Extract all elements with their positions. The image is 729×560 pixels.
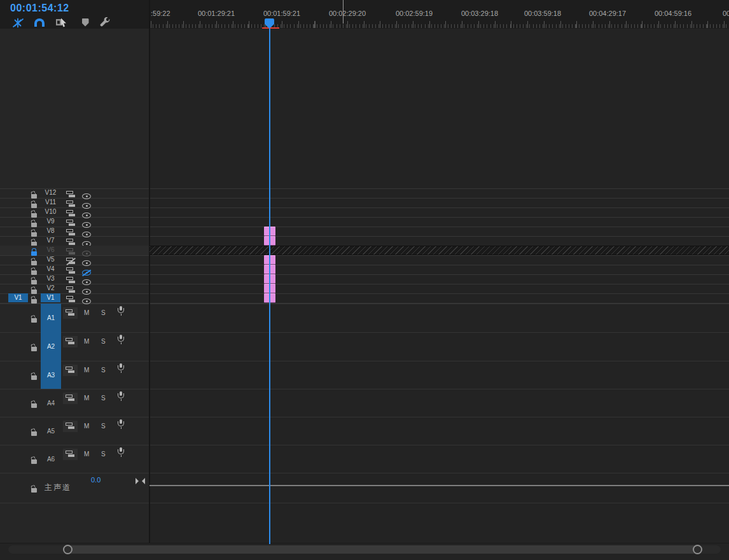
track-header-v10: V10: [0, 207, 149, 217]
track-header-a6: A6 M S: [0, 445, 149, 473]
ruler-label: 00:04:59:16: [655, 10, 691, 17]
track-name[interactable]: V6: [41, 246, 60, 255]
playhead-line[interactable]: [269, 29, 270, 544]
track-header-a5: A5 M S: [0, 417, 149, 445]
nest-toggle-icon[interactable]: [11, 16, 25, 29]
ruler-minor-ticks: [149, 24, 729, 28]
add-marker-icon[interactable]: [78, 16, 92, 29]
ruler-label: 00:03:59:18: [524, 10, 561, 17]
panel-divider[interactable]: [149, 0, 150, 543]
track-header-v4: V4: [0, 265, 149, 274]
lock-icon[interactable]: [31, 371, 38, 382]
voiceover-mic-icon[interactable]: [117, 306, 125, 318]
master-track-name[interactable]: 主声道: [45, 482, 71, 493]
lock-icon[interactable]: [31, 342, 38, 354]
sync-lock-icon[interactable]: [63, 421, 78, 432]
track-name[interactable]: V12: [41, 188, 60, 197]
time-ruler[interactable]: :59:22 00:01:29:21 00:01:59:21 00:02:29:…: [149, 0, 729, 29]
track-name[interactable]: V9: [41, 217, 60, 226]
lock-icon[interactable]: [31, 455, 38, 466]
audio-track-name[interactable]: A5: [41, 417, 61, 445]
voiceover-mic-icon[interactable]: [117, 419, 125, 431]
lock-icon[interactable]: [31, 314, 38, 325]
ruler-label: 00:02:59:19: [396, 10, 433, 17]
zoom-scrollbar-thumb[interactable]: [64, 545, 702, 554]
zoom-scrollbar-area: [0, 543, 729, 560]
voiceover-mic-icon[interactable]: [117, 447, 125, 459]
sync-lock-icon[interactable]: [63, 449, 78, 460]
solo-button[interactable]: S: [101, 309, 106, 316]
audio-track-name[interactable]: A3: [41, 361, 61, 389]
track-name[interactable]: V7: [41, 236, 60, 245]
zoom-handle-left[interactable]: [63, 545, 73, 554]
audio-track-name[interactable]: A1: [41, 304, 61, 332]
lock-icon[interactable]: [31, 427, 38, 438]
lock-icon[interactable]: [31, 484, 38, 495]
track-header-a2: A2 M S: [0, 332, 149, 361]
row-separator: [0, 503, 729, 503]
lock-icon[interactable]: [31, 399, 38, 410]
track-name[interactable]: V5: [41, 255, 60, 264]
source-patch-v1[interactable]: V1: [8, 293, 28, 302]
track-header-a4: A4 M S: [0, 389, 149, 417]
sync-lock-icon[interactable]: [63, 393, 78, 404]
master-volume-rubber-band[interactable]: [149, 485, 729, 486]
track-name-targeted[interactable]: V1: [41, 293, 60, 302]
track-header-v12: V12: [0, 188, 149, 198]
ruler-label: 00:01:59:21: [263, 10, 300, 17]
playhead-timecode[interactable]: 00:01:54:12: [10, 3, 69, 14]
ruler-label-partial: 00:: [723, 10, 729, 17]
track-header-v9: V9: [0, 217, 149, 227]
track-header-v8: V8: [0, 227, 149, 236]
voiceover-mic-icon[interactable]: [117, 335, 125, 346]
audio-track-name[interactable]: A2: [41, 332, 61, 361]
track-header-master: 主声道 0.0: [0, 473, 149, 503]
master-volume-value[interactable]: 0.0: [91, 476, 101, 484]
timeline-settings-icon[interactable]: [97, 16, 111, 29]
ruler-label: :59:22: [151, 10, 170, 17]
ruler-label: 00:02:29:20: [329, 10, 366, 17]
track-header-v3: V3: [0, 274, 149, 284]
sync-lock-icon[interactable]: [63, 307, 78, 319]
solo-button[interactable]: S: [101, 367, 106, 374]
mute-button[interactable]: M: [84, 367, 89, 374]
linked-selection-icon[interactable]: [54, 16, 68, 29]
track-name[interactable]: V3: [41, 274, 60, 283]
timeline-panel: 00:01:54:12 :59:22 00:01:29:21 00:01: [0, 0, 729, 560]
solo-button[interactable]: S: [101, 423, 106, 430]
track-header-v6: V6: [0, 246, 149, 255]
zoom-scrollbar-track[interactable]: [8, 545, 721, 554]
locked-track-hatch-v6: [149, 246, 729, 255]
keyframe-nav-icon[interactable]: [135, 475, 145, 487]
track-header-a1: A1 M S: [0, 304, 149, 332]
mute-button[interactable]: M: [84, 423, 89, 430]
mute-button[interactable]: M: [84, 338, 89, 345]
zoom-handle-right[interactable]: [693, 545, 702, 554]
ruler-label: 00:04:29:17: [589, 10, 626, 17]
track-header-a3: A3 M S: [0, 361, 149, 389]
track-name[interactable]: V2: [41, 284, 60, 293]
track-header-v5: V5: [0, 255, 149, 265]
sync-lock-icon[interactable]: [63, 365, 78, 376]
track-name[interactable]: V8: [41, 227, 60, 235]
voiceover-mic-icon[interactable]: [117, 363, 125, 375]
track-name[interactable]: V4: [41, 265, 60, 274]
solo-button[interactable]: S: [101, 338, 106, 345]
snap-magnet-icon[interactable]: [32, 16, 46, 29]
ruler-hover-line: [343, 0, 344, 24]
track-name[interactable]: V10: [41, 207, 60, 216]
mute-button[interactable]: M: [84, 309, 89, 316]
mute-button[interactable]: M: [84, 395, 89, 402]
track-header-v11: V11: [0, 198, 149, 207]
audio-track-name[interactable]: A4: [41, 389, 61, 417]
solo-button[interactable]: S: [101, 395, 106, 402]
mute-button[interactable]: M: [84, 451, 89, 458]
track-header-v2: V2: [0, 284, 149, 293]
solo-button[interactable]: S: [101, 451, 106, 458]
audio-track-name[interactable]: A6: [41, 445, 61, 473]
sync-lock-icon[interactable]: [63, 336, 78, 347]
voiceover-mic-icon[interactable]: [117, 391, 125, 403]
track-header-v7: V7: [0, 236, 149, 246]
track-name[interactable]: V11: [41, 198, 60, 207]
ruler-label: 00:03:29:18: [461, 10, 498, 17]
